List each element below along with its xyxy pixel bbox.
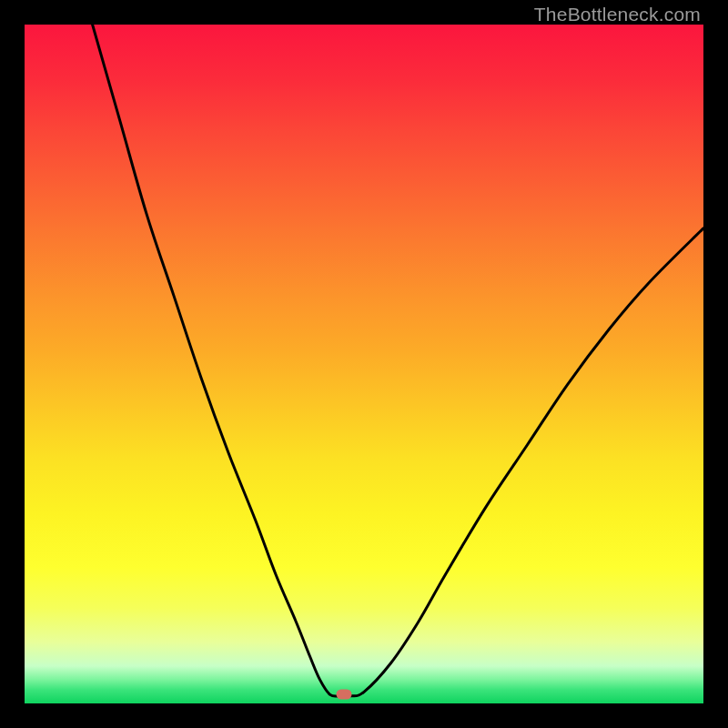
optimal-point-marker xyxy=(336,690,351,700)
watermark-text: TheBottleneck.com xyxy=(534,4,701,25)
chart-frame: TheBottleneck.com xyxy=(0,0,728,728)
bottleneck-curve xyxy=(25,25,703,703)
plot-area xyxy=(25,25,703,703)
